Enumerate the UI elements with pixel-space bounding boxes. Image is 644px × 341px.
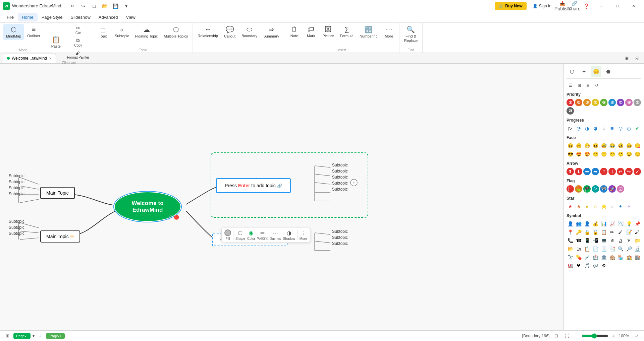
- flag-red[interactable]: 🚩: [567, 185, 574, 193]
- weight-button[interactable]: ═ Weight: [257, 230, 268, 240]
- active-page-tab[interactable]: Page-1: [46, 333, 64, 339]
- menu-advanced[interactable]: Advanced: [95, 13, 122, 21]
- sym-24[interactable]: 🖥: [608, 237, 616, 244]
- sym-49[interactable]: 🎶: [592, 262, 599, 269]
- priority-9[interactable]: ⑨: [634, 99, 641, 106]
- priority-7[interactable]: ⑦: [617, 99, 624, 106]
- progress-7[interactable]: ◵: [625, 125, 633, 132]
- mark-button[interactable]: 🏷 Mark: [303, 24, 319, 40]
- sym-44[interactable]: 🏫: [625, 254, 633, 261]
- subtopic-item[interactable]: Subtopic: [331, 234, 349, 241]
- find-replace-button[interactable]: 🔍 Find &Replace: [401, 24, 420, 44]
- arrow-down[interactable]: ⬇: [575, 168, 582, 175]
- floating-topic-button[interactable]: ☁ Floating Topic: [132, 24, 161, 40]
- subtopic-item[interactable]: Subtopic: [7, 191, 26, 197]
- face-2[interactable]: 😊: [575, 142, 582, 149]
- undo-button[interactable]: ↩: [68, 1, 77, 11]
- subtopic-item[interactable]: Subtopic: [331, 162, 349, 168]
- add-topic-node[interactable]: Press Enter to add topic 🔗: [216, 178, 291, 193]
- relationship-button[interactable]: ↔ Relationship: [195, 24, 221, 40]
- arrow-dl[interactable]: ↙: [634, 168, 641, 175]
- priority-1[interactable]: ①: [567, 99, 574, 106]
- subtopic-item[interactable]: Subtopic: [331, 180, 349, 186]
- add-page-button[interactable]: +: [37, 333, 43, 339]
- progress-done[interactable]: ✔: [634, 125, 641, 132]
- color-button[interactable]: ◉ Color: [247, 230, 255, 241]
- subtopic-item[interactable]: Subtopic: [7, 173, 26, 179]
- boundary-button[interactable]: ⬭ Boundary: [239, 24, 260, 40]
- new-file-button[interactable]: □: [89, 1, 99, 11]
- subtopic-item[interactable]: Subtopic: [7, 185, 26, 191]
- priority-2[interactable]: ②: [575, 99, 582, 106]
- copy-button[interactable]: ⧉ Copy: [65, 37, 91, 48]
- central-node[interactable]: Welcome toEdrawMind 🔗 🔴: [114, 192, 181, 222]
- subtopic-button[interactable]: ⬦ Subtopic: [112, 24, 132, 40]
- face-13[interactable]: 😐: [592, 150, 599, 158]
- picture-button[interactable]: 🖼 Picture: [320, 24, 336, 40]
- page-1-tab[interactable]: Page-1: [13, 333, 31, 339]
- expand-icon[interactable]: ◱: [633, 54, 641, 62]
- publish-button[interactable]: 📤 Publish: [557, 1, 567, 11]
- flag-check[interactable]: ☑: [617, 185, 624, 193]
- face-15[interactable]: 😶: [608, 150, 616, 158]
- zoom-in-button[interactable]: +: [610, 333, 616, 339]
- page-1-dropdown[interactable]: ▾: [33, 334, 35, 338]
- close-button[interactable]: ✕: [626, 0, 641, 12]
- view-list-icon[interactable]: ☰: [567, 81, 575, 89]
- sym-7[interactable]: 📉: [617, 220, 624, 227]
- collapse-panel-icon[interactable]: ▣: [623, 54, 631, 62]
- sym-8[interactable]: 💡: [625, 220, 633, 227]
- more-insert-button[interactable]: ⋯ More: [381, 24, 397, 40]
- panel-tab-sticker[interactable]: 😊: [591, 66, 601, 77]
- panel-tab-layout[interactable]: ⬡: [567, 66, 577, 77]
- more-format-button[interactable]: ⋮ More: [300, 230, 307, 241]
- priority-3[interactable]: ③: [583, 99, 591, 106]
- arrow-right[interactable]: ➡: [592, 168, 599, 175]
- format-painter-button[interactable]: 🖌 Format Painter: [65, 49, 91, 60]
- zoom-out-button[interactable]: −: [574, 333, 580, 339]
- face-14[interactable]: 😑: [600, 150, 607, 158]
- sym-10[interactable]: 📍: [567, 228, 574, 236]
- star-6[interactable]: ☆: [608, 203, 616, 210]
- numbering-button[interactable]: 🔢 Numbering: [357, 24, 380, 40]
- sym-3[interactable]: 👤: [583, 220, 591, 227]
- sym-38[interactable]: 💊: [575, 254, 582, 261]
- flag-orange[interactable]: ⛳: [575, 185, 582, 193]
- progress-6[interactable]: ◶: [617, 125, 624, 132]
- sym-17[interactable]: 📝: [625, 228, 633, 236]
- sym-27[interactable]: 📁: [634, 237, 641, 244]
- panel-tab-theme[interactable]: ⬟: [603, 66, 613, 77]
- face-5[interactable]: 😅: [600, 142, 607, 149]
- sign-in-button[interactable]: 👤 Sign In: [529, 2, 555, 10]
- subtopic-item[interactable]: Subtopic: [331, 168, 349, 174]
- star-1[interactable]: ★: [567, 203, 574, 210]
- arrow-left[interactable]: ⬅: [583, 168, 591, 175]
- sym-46[interactable]: 🏭: [567, 262, 574, 269]
- sym-4[interactable]: 💰: [592, 220, 599, 227]
- sym-19[interactable]: 📞: [567, 237, 574, 244]
- sym-43[interactable]: 🏪: [617, 254, 624, 261]
- help-button[interactable]: ❓: [582, 1, 591, 11]
- sym-6[interactable]: 📈: [608, 220, 616, 227]
- sym-16[interactable]: 🖊: [617, 228, 624, 236]
- subtopic-item[interactable]: Subtopic: [7, 179, 26, 185]
- face-7[interactable]: 😃: [617, 142, 624, 149]
- formula-button[interactable]: ∑ Formula: [337, 24, 356, 40]
- sym-2[interactable]: 👥: [575, 220, 582, 227]
- sym-39[interactable]: 💉: [583, 254, 591, 261]
- priority-5[interactable]: ⑤: [600, 99, 607, 106]
- star-4[interactable]: ☆: [592, 203, 599, 210]
- sym-47[interactable]: ❤: [575, 262, 582, 269]
- sym-33[interactable]: 📑: [608, 245, 616, 253]
- open-file-button[interactable]: 📂: [100, 1, 109, 11]
- sym-48[interactable]: 🎵: [583, 262, 591, 269]
- priority-6[interactable]: ⑥: [608, 99, 616, 106]
- fit-page-icon[interactable]: ⊡: [552, 332, 560, 340]
- sym-45[interactable]: 🏬: [634, 254, 641, 261]
- view-grid-icon[interactable]: ⊞: [575, 81, 583, 89]
- canvas-area[interactable]: + Welcome toEdrawMind 🔗 🔴 Main Topic Mai…: [0, 64, 564, 330]
- face-12[interactable]: 🤩: [583, 150, 591, 158]
- face-18[interactable]: 😒: [634, 150, 641, 158]
- sym-18[interactable]: 🖋: [634, 228, 641, 236]
- face-16[interactable]: 🙂: [617, 150, 624, 158]
